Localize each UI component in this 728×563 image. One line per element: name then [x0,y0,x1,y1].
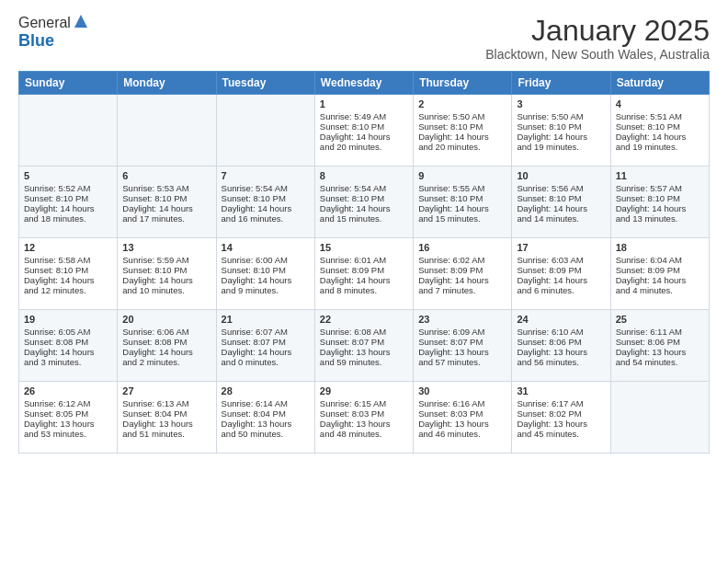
day-info: Sunrise: 5:51 AM [616,111,704,121]
day-info: Sunset: 8:10 PM [320,121,408,132]
day-info: Sunrise: 5:54 AM [222,183,310,193]
day-info: Sunset: 8:03 PM [320,408,408,419]
svg-marker-0 [74,15,87,28]
day-info: Daylight: 14 hours [24,275,112,285]
day-number: 24 [517,314,605,325]
day-info: Daylight: 14 hours [122,275,210,285]
day-info: and 50 minutes. [222,429,310,439]
day-info: and 0 minutes. [222,357,310,367]
calendar-cell: 29Sunrise: 6:15 AMSunset: 8:03 PMDayligh… [314,382,413,454]
day-info: Daylight: 14 hours [517,203,605,213]
day-info: Sunrise: 5:50 AM [517,111,605,121]
col-friday: Friday [512,72,610,95]
calendar-cell: 11Sunrise: 5:57 AMSunset: 8:10 PMDayligh… [610,167,709,238]
day-info: Sunrise: 6:01 AM [320,255,408,265]
day-info: and 51 minutes. [122,429,210,439]
day-info: Daylight: 13 hours [24,419,112,429]
day-info: Sunset: 8:10 PM [222,265,310,275]
day-info: Daylight: 14 hours [122,347,210,357]
day-number: 11 [616,170,704,181]
day-info: Sunset: 8:09 PM [616,265,704,275]
day-info: Sunset: 8:10 PM [122,193,210,203]
logo: General Blue [18,15,89,51]
calendar-cell: 23Sunrise: 6:09 AMSunset: 8:07 PMDayligh… [414,310,512,382]
day-number: 20 [122,314,210,325]
day-info: Daylight: 14 hours [24,347,112,357]
day-info: Sunrise: 6:05 AM [24,327,112,337]
day-info: Sunset: 8:09 PM [320,265,408,275]
calendar-cell: 12Sunrise: 5:58 AMSunset: 8:10 PMDayligh… [19,238,118,310]
day-number: 9 [418,170,506,181]
day-info: and 9 minutes. [222,285,310,295]
day-info: Daylight: 14 hours [320,203,408,213]
day-info: Daylight: 14 hours [517,275,605,285]
day-info: Sunset: 8:07 PM [418,337,506,347]
day-info: Sunrise: 6:02 AM [418,255,506,265]
day-info: Sunset: 8:10 PM [517,193,605,203]
day-info: and 2 minutes. [122,357,210,367]
day-info: Sunrise: 5:57 AM [616,183,704,193]
day-info: and 14 minutes. [517,213,605,224]
day-info: Sunrise: 6:03 AM [517,255,605,265]
day-number: 22 [320,314,408,325]
location-subtitle: Blacktown, New South Wales, Australia [485,47,710,62]
logo-blue-text: Blue [18,31,54,50]
day-info: Sunset: 8:07 PM [222,337,310,347]
calendar-cell: 7Sunrise: 5:54 AMSunset: 8:10 PMDaylight… [216,167,314,238]
day-number: 15 [320,242,408,253]
day-info: Daylight: 14 hours [418,275,506,285]
calendar-cell [216,95,314,167]
day-info: Sunrise: 6:15 AM [320,398,408,408]
calendar-cell: 2Sunrise: 5:50 AMSunset: 8:10 PMDaylight… [414,95,512,167]
logo-icon [73,13,89,29]
calendar-cell: 19Sunrise: 6:05 AMSunset: 8:08 PMDayligh… [19,310,118,382]
day-info: and 59 minutes. [320,357,408,367]
day-info: Sunset: 8:10 PM [418,121,506,132]
day-info: Sunset: 8:10 PM [122,265,210,275]
day-number: 31 [517,385,605,396]
day-info: Sunrise: 6:04 AM [616,255,704,265]
day-info: Sunset: 8:10 PM [320,193,408,203]
day-info: and 56 minutes. [517,357,605,367]
calendar-cell: 27Sunrise: 6:13 AMSunset: 8:04 PMDayligh… [118,382,216,454]
col-saturday: Saturday [610,72,709,95]
day-info: Sunset: 8:10 PM [616,193,704,203]
calendar-cell: 25Sunrise: 6:11 AMSunset: 8:06 PMDayligh… [610,310,709,382]
calendar-cell: 9Sunrise: 5:55 AMSunset: 8:10 PMDaylight… [414,167,512,238]
day-number: 8 [320,170,408,181]
day-info: and 57 minutes. [418,357,506,367]
calendar-cell [610,382,709,454]
day-info: Daylight: 13 hours [517,419,605,429]
calendar-cell: 1Sunrise: 5:49 AMSunset: 8:10 PMDaylight… [314,95,413,167]
day-number: 21 [222,314,310,325]
day-info: Sunrise: 5:58 AM [24,255,112,265]
day-number: 25 [616,314,704,325]
day-number: 18 [616,242,704,253]
day-number: 7 [222,170,310,181]
day-number: 4 [616,98,704,109]
calendar-cell: 10Sunrise: 5:56 AMSunset: 8:10 PMDayligh… [512,167,610,238]
day-info: Daylight: 14 hours [616,132,704,142]
day-info: Sunrise: 5:50 AM [418,111,506,121]
calendar-week-4: 26Sunrise: 6:12 AMSunset: 8:05 PMDayligh… [19,382,710,454]
day-info: Sunrise: 6:06 AM [122,327,210,337]
calendar-week-1: 5Sunrise: 5:52 AMSunset: 8:10 PMDaylight… [19,167,710,238]
month-title: January 2025 [485,15,710,47]
day-info: and 13 minutes. [616,213,704,224]
day-info: Sunrise: 5:55 AM [418,183,506,193]
day-info: and 48 minutes. [320,429,408,439]
day-info: Daylight: 13 hours [222,419,310,429]
calendar-cell: 17Sunrise: 6:03 AMSunset: 8:09 PMDayligh… [512,238,610,310]
calendar-cell: 24Sunrise: 6:10 AMSunset: 8:06 PMDayligh… [512,310,610,382]
day-info: Sunset: 8:05 PM [24,408,112,419]
day-info: and 17 minutes. [122,213,210,224]
calendar-cell: 4Sunrise: 5:51 AMSunset: 8:10 PMDaylight… [610,95,709,167]
day-number: 23 [418,314,506,325]
day-info: and 19 minutes. [616,142,704,152]
col-tuesday: Tuesday [216,72,314,95]
day-number: 13 [122,242,210,253]
day-info: and 3 minutes. [24,357,112,367]
day-info: Sunset: 8:08 PM [24,337,112,347]
day-info: Daylight: 14 hours [222,203,310,213]
day-info: Sunset: 8:10 PM [24,265,112,275]
